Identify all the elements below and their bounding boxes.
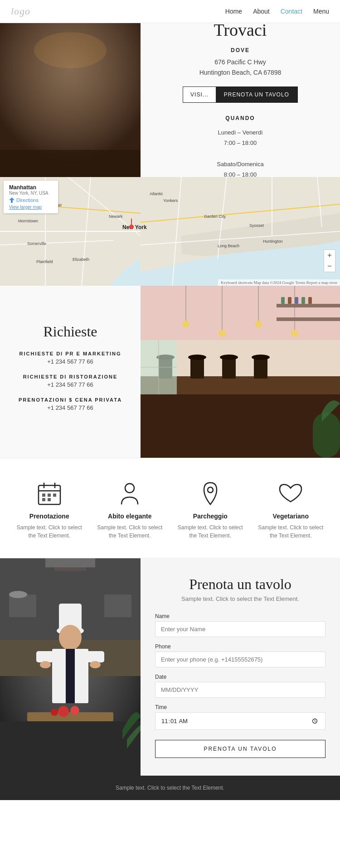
schedule-weekday: Lunedì – Venerdì 7:00 – 18:00 [217, 127, 263, 149]
date-input[interactable] [155, 682, 325, 698]
dove-label: DOVE [231, 47, 250, 53]
svg-rect-53 [190, 358, 204, 379]
nav-menu[interactable]: Menu [313, 8, 329, 15]
svg-rect-92 [9, 595, 36, 617]
svg-marker-31 [9, 197, 15, 203]
svg-rect-46 [295, 297, 298, 304]
btn-group: VISI... PRENOTA UN TAVOLO [183, 86, 298, 103]
svg-text:Syosset: Syosset [249, 223, 264, 228]
logo: logo [11, 5, 30, 17]
form-group-phone: Phone [155, 643, 325, 667]
map-footer: Keyboard shortcuts Map data ©2024 Google… [218, 279, 340, 286]
map-section: Atlantic New York Newark Yonkers Garden … [0, 177, 340, 286]
feature-text-abito: Sample text. Click to select the Text El… [93, 523, 166, 540]
svg-rect-84 [87, 651, 104, 662]
hero-title: Trovaci [214, 20, 267, 40]
svg-rect-95 [45, 558, 95, 567]
svg-text:Garden City: Garden City [204, 214, 226, 219]
svg-point-3 [34, 32, 107, 68]
feature-title-abito: Abito elegante [108, 513, 151, 520]
svg-point-86 [90, 661, 101, 668]
svg-rect-82 [66, 649, 75, 703]
svg-rect-44 [281, 297, 285, 304]
map-subtitle: New York, NY, USA [9, 191, 53, 196]
submit-booking-button[interactable]: PRENOTA UN TAVOLO [155, 740, 325, 758]
svg-text:Plainfield: Plainfield [36, 259, 53, 264]
svg-rect-96 [54, 567, 86, 571]
req-phone-2: +1 234 567 77 66 [23, 381, 118, 388]
date-label: Date [155, 674, 325, 680]
nav-contact[interactable]: Contact [281, 8, 302, 15]
svg-rect-93 [104, 595, 131, 617]
time-label: Time [155, 704, 325, 710]
svg-text:Newark: Newark [109, 214, 123, 219]
visit-button[interactable]: VISI... [183, 87, 216, 102]
nav-home[interactable]: Home [225, 8, 242, 15]
name-input[interactable] [155, 621, 325, 637]
svg-rect-69 [53, 494, 56, 497]
svg-point-90 [51, 709, 58, 716]
feature-parcheggio: Parcheggio Sample text. Click to select … [174, 481, 247, 540]
map-directions[interactable]: Directions [9, 197, 53, 203]
feature-prenotazione: Prenotazione Sample text. Click to selec… [13, 481, 86, 540]
svg-point-41 [291, 330, 298, 337]
zoom-in-button[interactable]: + [324, 250, 335, 261]
svg-point-54 [188, 355, 206, 360]
feature-text-vegetariano: Sample text. Click to select the Text El… [254, 523, 327, 540]
booking-form-container: Prenota un tavolo Sample text. Click to … [141, 558, 340, 776]
svg-rect-33 [141, 286, 340, 340]
svg-rect-68 [48, 494, 51, 497]
time-input[interactable] [155, 712, 325, 730]
view-larger-map[interactable]: View larger map [9, 205, 53, 210]
feature-title-vegetariano: Vegetariano [273, 513, 309, 520]
svg-point-39 [255, 321, 262, 328]
svg-point-58 [252, 355, 270, 360]
svg-point-89 [70, 706, 79, 715]
svg-text:New York: New York [122, 224, 147, 230]
form-group-name: Name [155, 613, 325, 637]
feature-text-parcheggio: Sample text. Click to select the Text El… [174, 523, 247, 540]
feature-title-prenotazione: Prenotazione [29, 513, 69, 520]
map-zoom-controls: + − [324, 249, 335, 272]
booking-title: Prenota un tavolo [155, 576, 325, 593]
svg-rect-47 [301, 297, 305, 304]
person-icon [117, 481, 142, 506]
form-group-time: Time [155, 704, 325, 730]
booking-section: Prenota un tavolo Sample text. Click to … [0, 558, 340, 776]
quando-label: QUANDO [217, 114, 263, 124]
footer: Sample text. Click to select the Text El… [0, 776, 340, 800]
nav-links: Home About Contact Menu [225, 8, 329, 15]
phone-label: Phone [155, 643, 325, 650]
req-label-3: PRENOTAZIONI $ CENA PRIVATA [19, 397, 122, 403]
svg-rect-48 [308, 297, 312, 304]
phone-input[interactable] [155, 652, 325, 667]
svg-rect-42 [277, 304, 340, 307]
prenota-button[interactable]: PRENOTA UN TAVOLO [216, 87, 297, 102]
svg-point-35 [182, 321, 189, 328]
booking-subtitle: Sample text. Click to select the Text El… [155, 595, 325, 602]
svg-text:Huntington: Huntington [263, 239, 283, 244]
svg-point-94 [9, 591, 27, 598]
svg-text:Elizabeth: Elizabeth [73, 257, 89, 262]
svg-point-88 [58, 706, 69, 717]
zoom-out-button[interactable]: − [324, 261, 335, 272]
location-icon [198, 481, 223, 506]
nav-about[interactable]: About [253, 8, 270, 15]
svg-rect-55 [222, 358, 236, 379]
req-phone-3: +1 234 567 77 66 [19, 404, 122, 411]
svg-rect-70 [42, 498, 45, 501]
svg-text:Long Beach: Long Beach [218, 244, 239, 248]
booking-image [0, 558, 141, 776]
hero-address: 676 Pacific C Hwy Huntington Beach, CA 6… [199, 57, 282, 77]
svg-rect-71 [48, 498, 51, 501]
feature-vegetariano: Vegetariano Sample text. Click to select… [254, 481, 327, 540]
svg-point-85 [40, 661, 51, 668]
svg-rect-91 [0, 721, 141, 776]
svg-rect-50 [141, 394, 340, 458]
schedule-section: QUANDO Lunedì – Venerdì 7:00 – 18:00 Sab… [217, 114, 263, 180]
request-item-1: RICHIESTE DI PR E MARKETING +1 234 567 7… [19, 351, 121, 365]
heart-icon [278, 481, 303, 506]
hero-info: Trovaci DOVE 676 Pacific C Hwy Huntingto… [141, 23, 340, 177]
svg-rect-2 [0, 150, 141, 177]
feature-abito: Abito elegante Sample text. Click to sel… [93, 481, 166, 540]
